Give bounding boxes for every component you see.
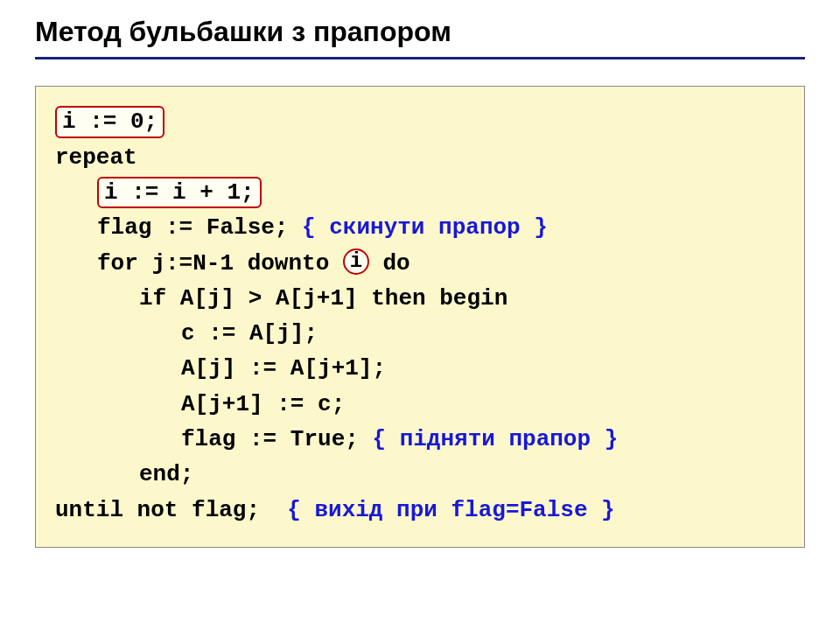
code-comment: { вихід при flag=False } [287, 497, 614, 523]
code-comment: { скинути прапор } [302, 214, 548, 241]
code-line-9: A[j+1] := с; [55, 387, 788, 422]
code-text: flag := False; [97, 214, 302, 241]
highlight-increment: i := i + 1; [97, 177, 262, 209]
code-line-2: repeat [55, 140, 788, 175]
code-text: until not flag; [55, 497, 287, 523]
code-line-8: A[j] := A[j+1]; [55, 351, 788, 386]
title-underline [35, 57, 805, 60]
code-line-1: i := 0; [55, 104, 788, 140]
code-text: for j:=N-1 downto [97, 250, 343, 276]
code-line-11: end; [55, 457, 788, 492]
code-text: flag := True; [181, 426, 372, 452]
highlight-init: i := 0; [55, 106, 164, 138]
code-line-6: if A[j] > A[j+1] then begin [55, 281, 788, 316]
code-line-4: flag := False; { скинути прапор } [55, 210, 788, 245]
code-line-12: until not flag; { вихід при flag=False } [55, 493, 788, 528]
slide-title: Метод бульбашки з прапором [35, 16, 805, 48]
code-line-3: i := i + 1; [55, 175, 788, 211]
code-line-7: с := A[j]; [55, 316, 788, 351]
circled-i: i [343, 248, 369, 275]
code-block: i := 0; repeat i := i + 1; flag := False… [35, 86, 805, 548]
slide-container: Метод бульбашки з прапором i := 0; repea… [0, 16, 840, 548]
code-line-10: flag := True; { підняти прапор } [55, 422, 788, 457]
code-line-5: for j:=N-1 downto i do [55, 246, 788, 281]
code-text: do [369, 250, 410, 276]
code-comment: { підняти прапор } [372, 426, 618, 452]
